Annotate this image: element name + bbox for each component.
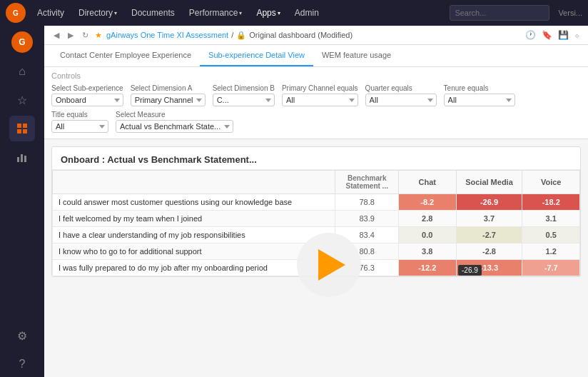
social-3: -2.8 <box>456 243 522 260</box>
dim-a-label: Select Dimension A <box>131 84 206 92</box>
performance-arrow: ▾ <box>239 10 242 16</box>
voice-1: 3.1 <box>522 211 580 227</box>
sidebar-star-icon[interactable]: ☆ <box>9 87 35 113</box>
dashboard-title: Original dashboard (Modified) <box>249 31 353 39</box>
svg-rect-5 <box>23 129 27 134</box>
nav-documents[interactable]: Documents <box>126 5 181 21</box>
svg-rect-4 <box>17 129 21 134</box>
dashboard-header: ◀ ▶ ↻ ★ gAirways One Time XI Assessment … <box>44 26 588 45</box>
nav-activity[interactable]: Activity <box>31 5 70 21</box>
col-benchmark: Benchmark Statement ... <box>335 171 399 194</box>
dashboard-actions: 🕐 🔖 💾 ⬦ <box>524 29 581 41</box>
title-select[interactable]: All <box>51 120 108 133</box>
nav-performance[interactable]: Performance ▾ <box>183 5 248 21</box>
primary-channel-label: Primary Channel equals <box>282 84 358 92</box>
table-row: I have a clear understanding of my job r… <box>53 227 580 243</box>
back-button[interactable]: ◀ <box>51 29 61 41</box>
top-nav: G Activity Directory ▾ Documents Perform… <box>0 0 588 26</box>
assessment-link[interactable]: gAirways One Time XI Assessment <box>106 31 228 39</box>
quarter-select[interactable]: All <box>365 94 437 106</box>
benchmark-3: 80.8 <box>335 243 399 260</box>
statement-4: I was fully prepared to do my job after … <box>53 260 335 276</box>
controls-row-2: Title equals All Select Measure Actual v… <box>51 111 581 133</box>
svg-rect-6 <box>17 157 19 162</box>
dimension-a-control: Select Dimension A Primary Channel <box>131 84 206 106</box>
chat-1: 2.8 <box>398 211 456 227</box>
chat-2: 0.0 <box>398 227 456 243</box>
chat-3: 3.8 <box>398 243 456 260</box>
controls-label: Controls <box>51 71 581 80</box>
content-area: Onboard : Actual vs Benchmark Statement.… <box>44 139 588 377</box>
nav-directory[interactable]: Directory ▾ <box>73 5 123 21</box>
apps-arrow: ▾ <box>278 10 280 16</box>
title-control: Title equals All <box>51 111 108 133</box>
social-1: 3.7 <box>456 211 522 227</box>
svg-rect-7 <box>21 154 23 162</box>
user-avatar[interactable]: G <box>11 31 33 53</box>
quarter-label: Quarter equals <box>365 84 437 92</box>
main-content: ◀ ▶ ↻ ★ gAirways One Time XI Assessment … <box>44 26 588 377</box>
primary-channel-select[interactable]: All <box>282 94 358 106</box>
svg-rect-2 <box>17 124 21 128</box>
tab-sub-experience[interactable]: Sub-experience Detail View <box>200 45 313 66</box>
sub-exp-label: Select Sub-experience <box>51 84 123 92</box>
app-logo[interactable]: G <box>6 3 26 23</box>
breadcrumb: gAirways One Time XI Assessment / 🔒 Orig… <box>106 31 353 40</box>
measure-label: Select Measure <box>116 111 233 119</box>
col-chat: Chat <box>398 171 456 194</box>
statement-3: I know who to go to for additional suppo… <box>53 243 335 260</box>
statement-1: I felt welcomed by my team when I joined <box>53 211 335 227</box>
tenure-control: Tenure equals All <box>444 84 515 106</box>
dimension-b-select[interactable]: C... <box>213 94 275 106</box>
table-row: I could answer most customer questions u… <box>53 194 580 211</box>
directory-arrow: ▾ <box>114 10 117 16</box>
nav-admin[interactable]: Admin <box>289 5 325 21</box>
lock-icon: 🔒 <box>236 31 246 40</box>
statement-2: I have a clear understanding of my job r… <box>53 227 335 243</box>
sidebar-settings-icon[interactable]: ⚙ <box>9 323 35 348</box>
widget-title: Onboard : Actual vs Benchmark Statement.… <box>52 147 580 170</box>
dimension-b-control: Select Dimension B C... <box>213 84 275 106</box>
chat-0: -8.2 <box>398 194 456 211</box>
social-2: -2.7 <box>456 227 522 243</box>
table-row: I know who to go to for additional suppo… <box>53 243 580 260</box>
benchmark-1: 83.9 <box>335 211 399 227</box>
tenure-select[interactable]: All <box>444 94 515 106</box>
voice-2: 0.5 <box>522 227 580 243</box>
table-row: I felt welcomed by my team when I joined… <box>53 211 580 227</box>
table-header-row: Benchmark Statement ... Chat Social Medi… <box>53 171 580 194</box>
bookmark-button[interactable]: 🔖 <box>540 29 554 41</box>
benchmark-4: 76.3 <box>335 260 399 276</box>
share-button[interactable]: ⬦ <box>573 29 581 41</box>
controls-section: Controls Select Sub-experience Onboard S… <box>44 67 588 139</box>
sub-experience-select[interactable]: Onboard <box>51 94 123 106</box>
social-0: -26.9 <box>456 194 522 211</box>
tab-wem-feature[interactable]: WEM feature usage <box>313 45 400 66</box>
sidebar-chart-icon[interactable] <box>9 144 35 170</box>
version-label: Versi... <box>558 9 582 17</box>
nav-apps[interactable]: Apps ▾ <box>250 5 285 21</box>
refresh-button[interactable]: ↻ <box>80 29 91 41</box>
sidebar-help-icon[interactable]: ? <box>9 351 35 377</box>
tenure-label: Tenure equals <box>444 84 515 92</box>
statement-0: I could answer most customer questions u… <box>53 194 335 211</box>
sidebar-grid-icon[interactable] <box>9 116 35 141</box>
forward-button[interactable]: ▶ <box>66 29 76 41</box>
title-label: Title equals <box>51 111 108 119</box>
voice-3: 1.2 <box>522 243 580 260</box>
sidebar-home-icon[interactable]: ⌂ <box>9 59 35 84</box>
clock-button[interactable]: 🕐 <box>524 29 537 41</box>
primary-channel-control: Primary Channel equals All <box>282 84 358 106</box>
svg-rect-8 <box>24 156 26 162</box>
save-button[interactable]: 💾 <box>557 29 570 41</box>
tab-contact-center[interactable]: Contact Center Employee Experience <box>51 45 200 66</box>
col-social: Social Media <box>456 171 522 194</box>
quarter-control: Quarter equals All <box>365 84 437 106</box>
svg-text:G: G <box>13 9 19 17</box>
left-sidebar: G ⌂ ☆ ⚙ ? <box>0 26 44 377</box>
dimension-a-select[interactable]: Primary Channel <box>131 94 206 106</box>
measure-select[interactable]: Actual vs Benchmark State... <box>116 120 233 133</box>
search-input[interactable] <box>450 5 549 21</box>
benchmark-0: 78.8 <box>335 194 399 211</box>
controls-row-1: Select Sub-experience Onboard Select Dim… <box>51 84 581 106</box>
